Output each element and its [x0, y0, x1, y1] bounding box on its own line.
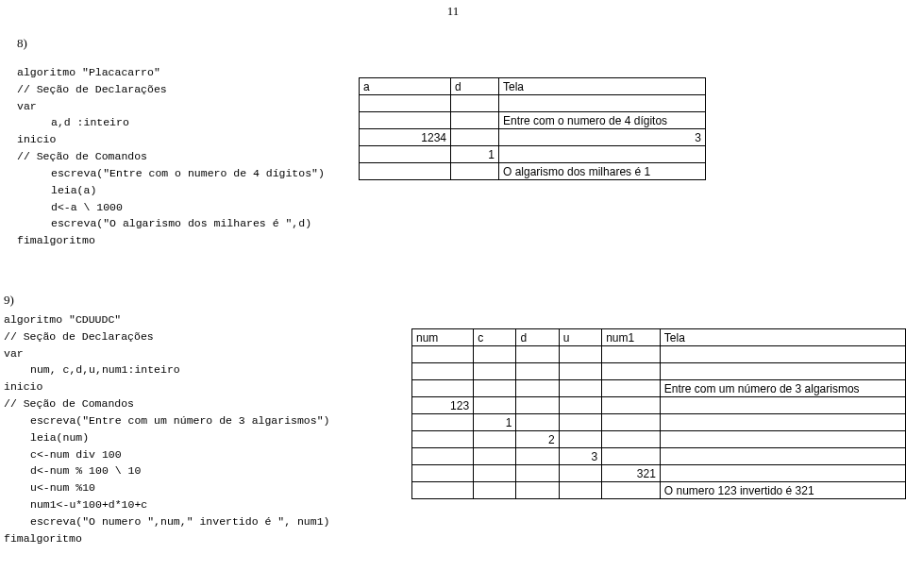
table-row: 1234 3	[360, 129, 706, 146]
cell-d: 2	[516, 431, 559, 448]
code-line: algoritmo "CDUUDC"	[4, 311, 906, 328]
table-row	[412, 346, 906, 363]
col-header-tela: Tela	[660, 329, 905, 346]
table-row: 2	[412, 431, 906, 448]
col-header-num: num	[412, 329, 474, 346]
table-row: 123	[412, 397, 906, 414]
cell-num1: 321	[602, 465, 661, 482]
cell-a: 1234	[360, 129, 451, 146]
cell-d: 1	[451, 146, 499, 163]
code-line: leia(a)	[51, 182, 885, 199]
cell-tela: 3	[499, 129, 706, 146]
trace-table-8: a d Tela Entre com o numero de 4 dígitos…	[359, 77, 706, 180]
col-header-d: d	[516, 329, 559, 346]
code-line: escreva("O algarismo dos milhares é ",d)	[51, 215, 885, 232]
table-row: 1	[412, 414, 906, 431]
col-header-d: d	[451, 78, 499, 95]
table-row	[360, 95, 706, 112]
trace-table-9: num c d u num1 Tela Entre com um número …	[411, 328, 906, 499]
table-header-row: a d Tela	[360, 78, 706, 95]
table-row: 3	[412, 448, 906, 465]
cell-tela: Entre com um número de 3 algarismos	[660, 380, 905, 397]
table-row: Entre com um número de 3 algarismos	[412, 380, 906, 397]
code-line: d<-a \ 1000	[51, 199, 885, 216]
table-row: Entre com o numero de 4 dígitos	[360, 112, 706, 129]
code-line: escreva("O numero ",num," invertido é ",…	[30, 513, 906, 530]
cell-num: 123	[412, 397, 474, 414]
table-row: O algarismo dos milhares é 1	[360, 163, 706, 180]
col-header-num1: num1	[602, 329, 661, 346]
table-row: 321	[412, 465, 906, 482]
cell-tela: Entre com o numero de 4 dígitos	[499, 112, 706, 129]
cell-c: 1	[474, 414, 516, 431]
cell-tela: O numero 123 invertido é 321	[660, 482, 905, 499]
col-header-c: c	[474, 329, 516, 346]
table-row	[412, 363, 906, 380]
table-header-row: num c d u num1 Tela	[412, 329, 906, 346]
page: 11 8) algoritmo "Placacarro" // Seção de…	[0, 0, 906, 588]
page-number: 11	[447, 4, 460, 19]
col-header-u: u	[559, 329, 601, 346]
col-header-a: a	[360, 78, 451, 95]
col-header-tela: Tela	[499, 78, 706, 95]
code-line: fimalgoritmo	[4, 530, 906, 547]
table-row: O numero 123 invertido é 321	[412, 482, 906, 499]
code-line: fimalgoritmo	[17, 232, 885, 249]
exercise-9-label: 9)	[4, 293, 906, 308]
cell-tela: O algarismo dos milhares é 1	[499, 163, 706, 180]
exercise-8-label: 8)	[17, 36, 885, 51]
table-row: 1	[360, 146, 706, 163]
cell-u: 3	[559, 448, 601, 465]
